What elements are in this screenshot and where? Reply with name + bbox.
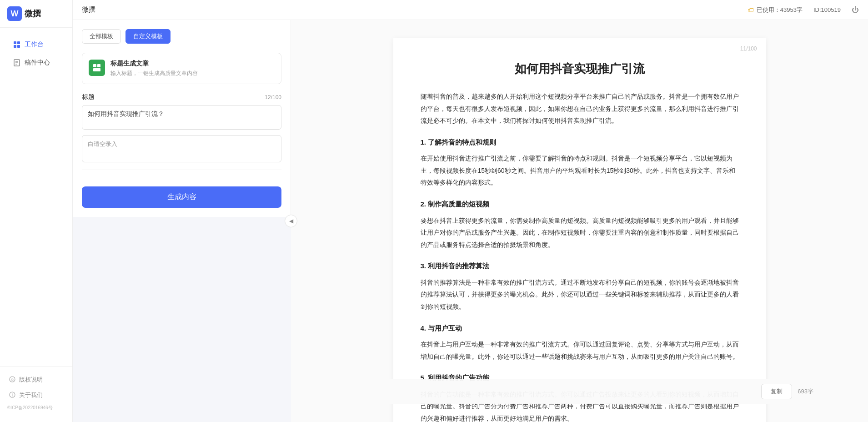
tab-bar: 全部模板 自定义模板 <box>82 29 281 44</box>
svg-rect-14 <box>93 64 96 67</box>
svg-rect-2 <box>14 41 16 44</box>
sidebar-item-about[interactable]: i 关于我们 <box>0 387 72 403</box>
svg-rect-16 <box>93 68 100 71</box>
article-paragraph: 在开始使用抖音进行推广引流之前，你需要了解抖音的特点和规则。抖音是一个短视频分享… <box>421 152 739 189</box>
article-paragraph: 在抖音上与用户互动是一种非常有效的推广引流方式。你可以通过回复评论、点赞、分享等… <box>421 338 739 362</box>
copy-btn[interactable]: 复制 <box>761 384 792 399</box>
sidebar-nav: 工作台 稿件中心 <box>0 28 72 366</box>
topbar-right: 🏷 已使用：43953字 ID:100519 ⏻ <box>748 6 859 14</box>
svg-rect-4 <box>14 45 16 48</box>
svg-rect-3 <box>17 41 20 44</box>
title-input[interactable]: 如何用抖音实现推广引流？ <box>82 105 281 130</box>
usage-text: 已使用：43953字 <box>757 6 803 14</box>
article-section-heading: 1. 了解抖音的特点和规则 <box>421 136 739 149</box>
about-icon: i <box>9 392 15 399</box>
svg-text:W: W <box>11 9 19 18</box>
generate-btn[interactable]: 生成内容 <box>82 186 281 208</box>
article-footer: 复制 693字 <box>318 379 841 404</box>
content-placeholder-area[interactable]: 白请空录入 <box>82 135 281 162</box>
article-paragraph: 抖音的推荐算法是一种非常有效的推广引流方式。通过不断地发布和分享自己的短视频，你… <box>421 276 739 313</box>
user-id: ID:100519 <box>813 6 841 13</box>
content-area: 全部模板 自定义模板 标题生成文章 输入标题，一键生成高质量文章内容 <box>73 20 868 422</box>
char-count: 12/100 <box>265 94 281 100</box>
article-paragraph: 要想在抖音上获得更多的流量，你需要制作高质量的短视频。高质量的短视频能够吸引更多… <box>421 215 739 251</box>
template-card-icon <box>89 60 105 76</box>
svg-text:i: i <box>12 393 13 397</box>
usage-info: 🏷 已使用：43953字 <box>748 6 803 14</box>
svg-text:©: © <box>11 378 14 382</box>
template-info: 标题生成文章 输入标题，一键生成高质量文章内容 <box>110 60 198 77</box>
topbar: 微撰 🏷 已使用：43953字 ID:100519 ⏻ <box>73 0 868 20</box>
article-paragraph: 随着抖音的普及，越来越多的人开始利用这个短视频分享平台来推广自己的产品或服务。抖… <box>421 90 739 127</box>
sidebar-item-workbench[interactable]: 工作台 <box>4 36 69 53</box>
topbar-title: 微撰 <box>82 5 95 14</box>
power-icon[interactable]: ⏻ <box>852 6 859 14</box>
copyright-label: 版权说明 <box>19 376 43 384</box>
sidebar-item-drafts-label: 稿件中心 <box>25 59 50 67</box>
about-label: 关于我们 <box>19 391 43 399</box>
right-panel: 11/100 如何用抖音实现推广引流 随着抖音的普及，越来越多的人开始利用这个短… <box>291 20 868 422</box>
word-count: 693字 <box>798 387 813 396</box>
svg-rect-15 <box>97 64 100 67</box>
template-title: 标题生成文章 <box>110 60 198 68</box>
tab-all-templates[interactable]: 全部模板 <box>82 29 121 44</box>
workbench-icon <box>13 40 21 49</box>
sidebar-item-copyright[interactable]: © 版权说明 <box>0 372 72 387</box>
template-description: 输入标题，一键生成高质量文章内容 <box>110 70 198 77</box>
drafts-icon <box>13 59 21 67</box>
content-placeholder-text: 白请空录入 <box>88 141 117 147</box>
main-area: 微撰 🏷 已使用：43953字 ID:100519 ⏻ 全部模板 自定义模板 <box>73 0 868 422</box>
left-panel: 全部模板 自定义模板 标题生成文章 输入标题，一键生成高质量文章内容 <box>73 20 291 217</box>
collapse-panel-btn[interactable]: ◀ <box>285 215 297 227</box>
page-number: 11/100 <box>740 45 757 52</box>
template-card[interactable]: 标题生成文章 输入标题，一键生成高质量文章内容 <box>82 53 281 84</box>
copyright-icon: © <box>9 376 15 384</box>
sidebar-bottom: © 版权说明 i 关于我们 ©ICP备2022016946号 <box>0 366 72 422</box>
icp-text: ©ICP备2022016946号 <box>0 403 72 413</box>
usage-icon: 🏷 <box>748 6 754 14</box>
app-name: 微撰 <box>25 8 41 19</box>
article-section-heading: 3. 利用抖音的推荐算法 <box>421 260 739 273</box>
sidebar-item-drafts[interactable]: 稿件中心 <box>4 54 69 71</box>
divider <box>82 170 281 170</box>
generate-btn-wrap: 生成内容 <box>82 177 281 208</box>
logo-area: W 微撰 <box>0 0 72 28</box>
article-title: 如何用抖音实现推广引流 <box>421 61 739 77</box>
article-section-heading: 2. 制作高质量的短视频 <box>421 198 739 211</box>
sidebar: W 微撰 工作台 <box>0 0 73 422</box>
logo-icon: W <box>7 6 22 21</box>
article-container: 11/100 如何用抖音实现推广引流 随着抖音的普及，越来越多的人开始利用这个短… <box>393 38 766 422</box>
title-label: 标题 <box>82 93 95 101</box>
tab-custom-templates[interactable]: 自定义模板 <box>125 29 171 44</box>
sidebar-item-workbench-label: 工作台 <box>25 40 44 49</box>
left-panel-wrapper: 全部模板 自定义模板 标题生成文章 输入标题，一键生成高质量文章内容 <box>73 20 291 422</box>
article-body: 随着抖音的普及，越来越多的人开始利用这个短视频分享平台来推广自己的产品或服务。抖… <box>421 90 739 422</box>
form-label-row: 标题 12/100 <box>82 93 281 101</box>
svg-rect-5 <box>17 45 20 48</box>
article-section-heading: 4. 与用户互动 <box>421 322 739 335</box>
